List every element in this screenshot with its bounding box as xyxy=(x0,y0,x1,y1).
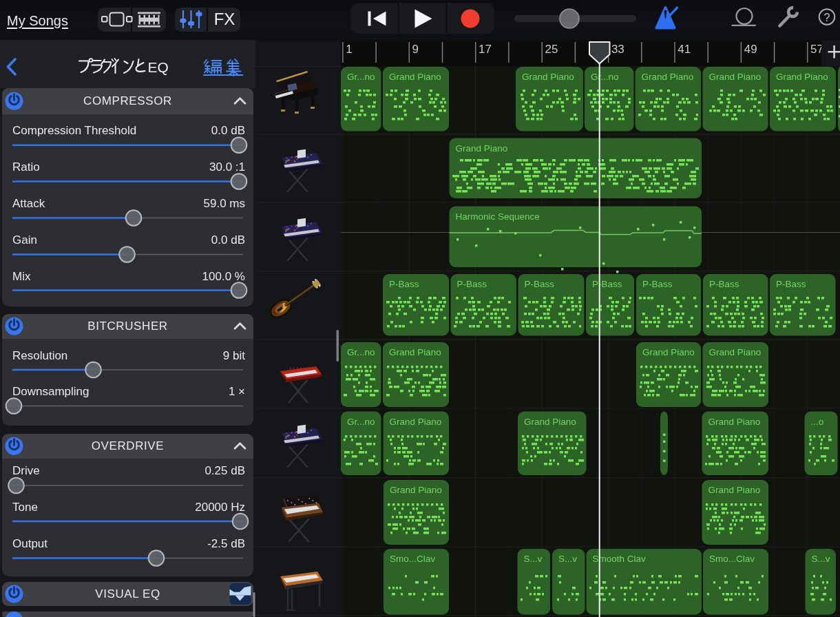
svg-text:Grand Piano: Grand Piano xyxy=(390,417,442,427)
svg-text:Grand Piano: Grand Piano xyxy=(390,485,442,495)
svg-text:S...v: S...v xyxy=(524,554,543,564)
svg-text:Gr...no: Gr...no xyxy=(347,72,375,82)
svg-text:Grand Piano: Grand Piano xyxy=(709,347,762,357)
svg-text:P-Bass: P-Bass xyxy=(457,279,487,289)
svg-text:Grand Piano: Grand Piano xyxy=(524,417,576,427)
svg-text:1: 1 xyxy=(346,43,352,56)
svg-text:Grand Piano: Grand Piano xyxy=(642,72,694,82)
svg-text:P-Bass: P-Bass xyxy=(776,279,806,289)
svg-text:P-Bass: P-Bass xyxy=(592,279,622,289)
svg-text:Smooth Clav: Smooth Clav xyxy=(593,554,647,564)
svg-text:Grand Piano: Grand Piano xyxy=(642,347,695,357)
svg-text:...o: ...o xyxy=(811,417,824,427)
svg-text:Grand Piano: Grand Piano xyxy=(708,417,761,427)
svg-text:Grand Piano: Grand Piano xyxy=(776,72,828,82)
svg-text:25: 25 xyxy=(545,43,558,56)
svg-text:9: 9 xyxy=(412,43,419,56)
svg-text:Smo...Clav: Smo...Clav xyxy=(390,554,435,564)
svg-text:Gr...no: Gr...no xyxy=(347,347,375,357)
svg-text:41: 41 xyxy=(678,43,691,56)
svg-text:49: 49 xyxy=(744,43,757,56)
svg-text:Grand Piano: Grand Piano xyxy=(522,72,574,82)
svg-text:S...v: S...v xyxy=(812,554,830,564)
svg-text:S...v: S...v xyxy=(558,554,577,564)
svg-text:Grand Piano: Grand Piano xyxy=(389,347,441,357)
svg-text:17: 17 xyxy=(479,43,492,56)
svg-text:33: 33 xyxy=(611,43,624,56)
svg-text:?: ? xyxy=(824,12,830,23)
svg-text:P-Bass: P-Bass xyxy=(709,279,739,289)
svg-text:Grand Piano: Grand Piano xyxy=(456,143,508,154)
svg-text:P-Bass: P-Bass xyxy=(642,279,673,289)
svg-text:Gr...no: Gr...no xyxy=(347,417,375,427)
svg-text:Harmonic Sequence: Harmonic Sequence xyxy=(456,211,540,222)
svg-text:Gr...no: Gr...no xyxy=(591,72,619,82)
svg-text:Grand Piano: Grand Piano xyxy=(709,72,762,82)
svg-text:Grand Piano: Grand Piano xyxy=(708,485,761,495)
svg-text:P-Bass: P-Bass xyxy=(389,279,419,289)
svg-text:P-Bass: P-Bass xyxy=(525,279,555,289)
svg-text:Grand Piano: Grand Piano xyxy=(389,72,441,82)
svg-text:Smo...Clav: Smo...Clav xyxy=(709,554,755,564)
